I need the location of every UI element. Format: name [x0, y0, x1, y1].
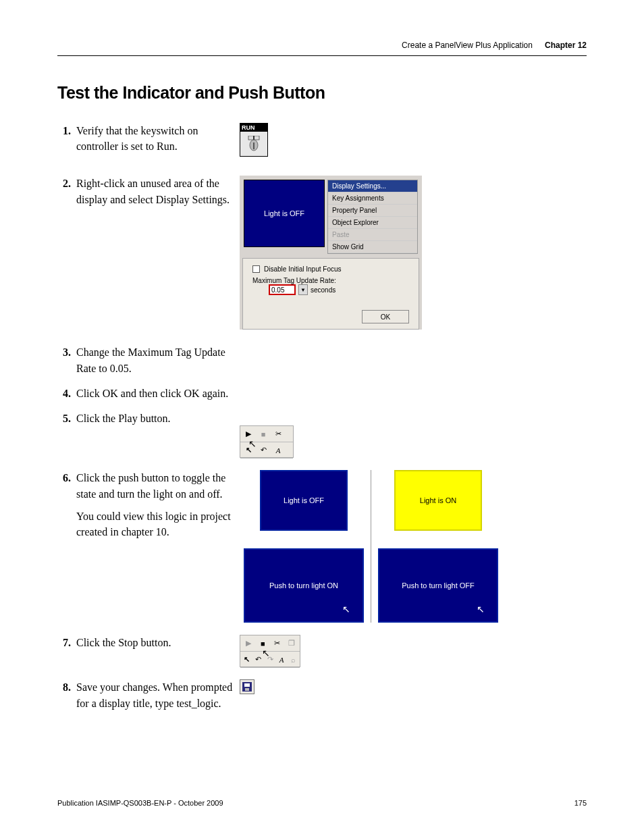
- pointer-icon[interactable]: ↖: [243, 654, 250, 665]
- step-text: Click the Play button.: [76, 411, 233, 426]
- step-5: 5. Click the Play button.: [57, 411, 233, 426]
- step-6-sub: You could view this logic in project cre…: [76, 509, 233, 540]
- step-number: 5.: [57, 411, 76, 426]
- step-number: 1.: [57, 123, 76, 154]
- svg-rect-1: [253, 136, 254, 140]
- copy-icon[interactable]: ❐: [287, 638, 298, 649]
- step-7: 7. Click the Stop button.: [57, 635, 233, 650]
- text-icon[interactable]: A: [278, 654, 286, 665]
- search-icon[interactable]: ⌕: [290, 654, 297, 665]
- undo-icon[interactable]: ↶: [254, 654, 262, 665]
- step-text: Verify that the keyswitch on controller …: [76, 123, 233, 154]
- menu-display-settings[interactable]: Display Settings...: [328, 180, 417, 192]
- figure-display-settings: Light is OFF Display Settings... Key Ass…: [240, 176, 422, 330]
- save-icon: [242, 682, 252, 692]
- cut-icon[interactable]: ✂: [272, 638, 283, 649]
- figure-light-states: Light is OFF Push to turn light ON ↖ Lig…: [240, 470, 587, 623]
- label-disable-focus: Disable Initial Input Focus: [264, 265, 342, 273]
- text-icon[interactable]: A: [273, 445, 284, 456]
- menu-object-explorer[interactable]: Object Explorer: [328, 217, 417, 229]
- step-text: Right-click an unused area of the displa…: [76, 176, 233, 207]
- figure-save-button[interactable]: [240, 679, 254, 694]
- svg-rect-3: [253, 142, 254, 149]
- context-menu: Display Settings... Key Assignments Prop…: [327, 180, 418, 254]
- keyswitch-icon: [240, 132, 267, 156]
- menu-key-assignments[interactable]: Key Assignments: [328, 192, 417, 205]
- step-number: 2.: [57, 176, 76, 207]
- figure-play-toolbar: ▶ ■ ✂ ↖ ↶ A ↖: [240, 425, 294, 458]
- step-8: 8. Save your changes. When prompted for …: [57, 679, 233, 710]
- run-label: RUN: [240, 124, 267, 132]
- label-rate: Maximum Tag Update Rate:: [252, 277, 409, 284]
- page-footer: Publication IASIMP-QS003B-EN-P - October…: [57, 799, 587, 807]
- settings-panel: Disable Initial Input Focus Maximum Tag …: [242, 258, 419, 330]
- dropdown-rate[interactable]: ▼: [298, 284, 308, 295]
- step-4: 4. Click OK and then click OK again.: [57, 386, 233, 401]
- header-title: Create a PanelView Plus Application: [402, 41, 533, 50]
- indicator-on: Light is ON: [394, 470, 482, 531]
- stop-icon[interactable]: ■: [258, 429, 269, 440]
- menu-paste: Paste: [328, 229, 417, 241]
- step-number: 7.: [57, 635, 76, 650]
- step-6: 6. Click the push button to toggle the s…: [57, 470, 233, 540]
- cursor-icon: ↖: [248, 438, 257, 450]
- step-text: Click the push button to toggle the stat…: [76, 470, 233, 540]
- indicator-light-off: Light is OFF: [244, 180, 325, 247]
- figure-run-keyswitch: RUN: [240, 123, 268, 157]
- label-seconds: seconds: [311, 286, 336, 294]
- cursor-icon: ↖: [262, 648, 270, 659]
- step-6-main: Click the push button to toggle the stat…: [76, 472, 225, 499]
- menu-property-panel[interactable]: Property Panel: [328, 205, 417, 217]
- push-button-off-label: Push to turn light OFF: [402, 581, 475, 590]
- figure-stop-toolbar: ▶ ■ ✂ ❐ ↖ ↶ ↷ A ⌕ ↖: [240, 635, 300, 667]
- cursor-icon: ↖: [342, 604, 350, 615]
- step-number: 6.: [57, 470, 76, 540]
- step-number: 4.: [57, 386, 76, 401]
- page-header: Create a PanelView Plus Application Chap…: [57, 41, 587, 56]
- step-text: Click the Stop button.: [76, 635, 233, 650]
- publication-info: Publication IASIMP-QS003B-EN-P - October…: [57, 799, 223, 807]
- push-button-on[interactable]: Push to turn light ON ↖: [244, 548, 364, 623]
- cut-icon[interactable]: ✂: [273, 429, 284, 440]
- divider: [371, 470, 371, 623]
- push-button-on-label: Push to turn light ON: [269, 581, 338, 590]
- step-3: 3. Change the Maximum Tag Update Rate to…: [57, 344, 233, 375]
- header-chapter: Chapter 12: [545, 41, 587, 50]
- step-2: 2. Right-click an unused area of the dis…: [57, 176, 233, 207]
- play-icon[interactable]: ▶: [243, 638, 254, 649]
- checkbox-disable-focus[interactable]: [252, 265, 260, 273]
- ok-button[interactable]: OK: [362, 310, 409, 323]
- step-number: 8.: [57, 679, 76, 710]
- menu-show-grid[interactable]: Show Grid: [328, 241, 417, 253]
- page-number: 175: [574, 799, 587, 807]
- step-number: 3.: [57, 344, 76, 375]
- undo-icon[interactable]: ↶: [258, 445, 269, 456]
- cursor-icon: ↖: [477, 604, 485, 615]
- step-text: Change the Maximum Tag Update Rate to 0.…: [76, 344, 233, 375]
- push-button-off[interactable]: Push to turn light OFF ↖: [378, 548, 498, 623]
- step-text: Click OK and then click OK again.: [76, 386, 233, 401]
- step-text: Save your changes. When prompted for a d…: [76, 679, 233, 710]
- input-rate[interactable]: 0.05: [269, 284, 296, 295]
- section-title: Test the Indicator and Push Button: [57, 83, 587, 103]
- step-1: 1. Verify that the keyswitch on controll…: [57, 123, 233, 154]
- indicator-off: Light is OFF: [260, 470, 348, 531]
